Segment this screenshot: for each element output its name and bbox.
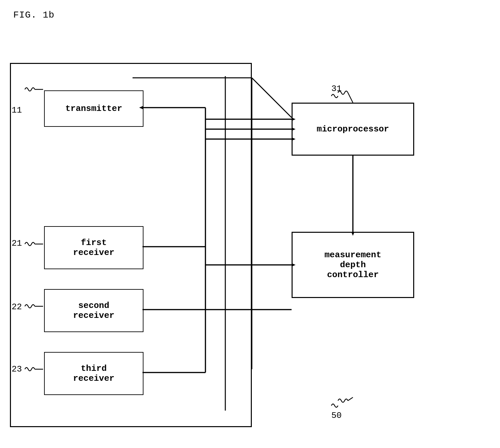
controller-id: 50	[331, 411, 342, 421]
second-receiver-label: secondreceiver	[73, 301, 115, 321]
controller-label: measurementdepthcontroller	[324, 250, 381, 280]
third-receiver-label: thirdreceiver	[73, 364, 115, 383]
microprocessor-id: 31	[331, 84, 342, 94]
first-receiver-id: 21	[12, 238, 22, 248]
second-receiver-id: 22	[12, 302, 22, 312]
first-receiver-label: firstreceiver	[73, 238, 115, 258]
svg-line-27	[348, 397, 353, 401]
figure-label: FIG. 1b	[13, 10, 55, 20]
first-receiver-box: firstreceiver	[44, 226, 143, 269]
outer-enclosure: transmitter firstreceiver secondreceiver…	[10, 63, 252, 427]
svg-line-26	[348, 93, 353, 103]
transmitter-id: 11	[12, 105, 22, 115]
second-receiver-box: secondreceiver	[44, 289, 143, 332]
controller-box: measurementdepthcontroller	[292, 232, 414, 298]
transmitter-box: transmitter	[44, 90, 143, 127]
transmitter-label: transmitter	[65, 104, 122, 114]
svg-line-8	[252, 78, 292, 118]
microprocessor-label: microprocessor	[317, 124, 389, 134]
microprocessor-box: microprocessor	[292, 103, 414, 156]
third-receiver-id: 23	[12, 364, 22, 374]
third-receiver-box: thirdreceiver	[44, 352, 143, 395]
